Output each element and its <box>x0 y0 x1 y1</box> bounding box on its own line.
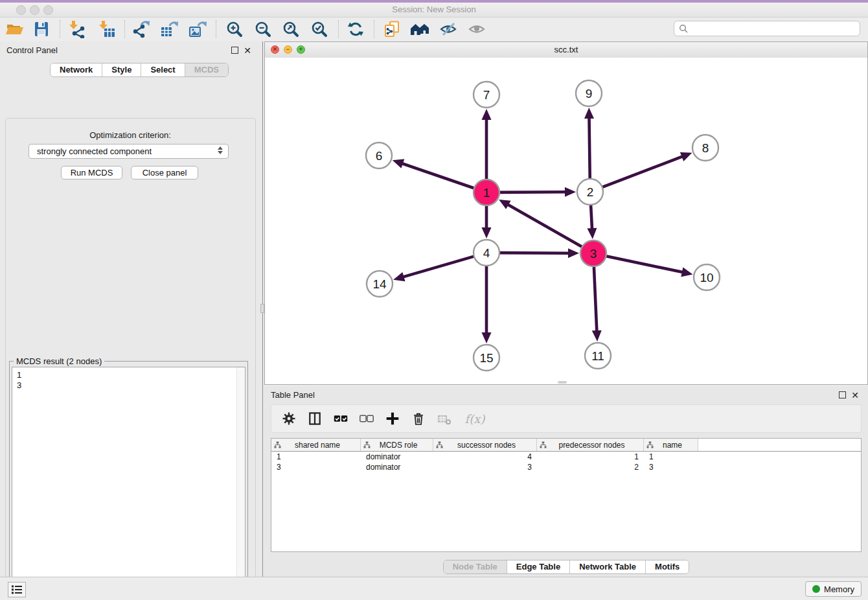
control-panel-close-button[interactable]: ✕ <box>244 45 251 56</box>
graph-edge-1-6[interactable] <box>402 163 474 188</box>
graph-edge-3-10[interactable] <box>606 256 683 272</box>
column-header-successor-nodes[interactable]: successor nodes <box>433 439 537 451</box>
show-all-button[interactable] <box>465 19 488 40</box>
deselect-all-columns-button[interactable] <box>358 410 375 428</box>
export-image-button[interactable] <box>186 19 209 40</box>
fx-icon: f(x) <box>465 412 485 426</box>
zoom-out-button[interactable] <box>251 19 275 40</box>
canvas-scroll-grip[interactable] <box>558 381 567 384</box>
export-network-button[interactable] <box>130 19 153 40</box>
network-canvas[interactable]: 1234678910111415 <box>265 58 867 384</box>
import-table-button[interactable] <box>95 19 119 40</box>
clone-network-icon <box>383 20 401 38</box>
graph-edge-3-1[interactable] <box>507 204 582 247</box>
houses-button[interactable] <box>408 19 431 40</box>
cell-shared-name[interactable]: 1 <box>271 452 361 461</box>
graph-edge-2-9[interactable] <box>589 117 589 179</box>
tab-edge-table[interactable]: Edge Table <box>507 560 569 573</box>
net-close-button[interactable]: ✕ <box>271 45 279 54</box>
hide-selected-button[interactable] <box>437 19 460 40</box>
graph-edge-3-11[interactable] <box>594 266 597 332</box>
column-header-shared-name[interactable]: shared name <box>271 439 361 451</box>
memory-status-icon <box>812 585 820 593</box>
attribute-tree-icon <box>274 441 281 448</box>
graph-arrowhead <box>393 272 405 281</box>
toolbar-separator <box>60 20 60 38</box>
main-toolbar <box>0 17 868 42</box>
control-panel-float-button[interactable] <box>231 47 238 54</box>
network-view-window: ✕ − + scc.txt 1234678910111415 <box>264 41 868 385</box>
cell-predecessor-nodes[interactable]: 1 <box>537 452 644 461</box>
cell-shared-name[interactable]: 3 <box>271 463 361 472</box>
search-input[interactable] <box>691 23 860 34</box>
graph-edge-4-14[interactable] <box>403 257 474 277</box>
graph-arrowhead <box>482 109 492 120</box>
app-zoom-button[interactable] <box>43 5 53 15</box>
table-row[interactable]: 3dominator323 <box>271 462 861 472</box>
task-history-button[interactable] <box>8 582 26 597</box>
open-file-button[interactable] <box>3 19 26 40</box>
network-window-titlebar[interactable]: ✕ − + scc.txt <box>265 42 867 58</box>
save-session-button[interactable] <box>30 19 53 40</box>
graph-edge-1-2[interactable] <box>499 192 566 192</box>
mcds-result-textarea[interactable]: 1 3 <box>12 367 246 600</box>
tab-motifs[interactable]: Motifs <box>645 560 689 573</box>
app-close-button[interactable] <box>16 5 26 15</box>
table-panel-close-button[interactable]: ✕ <box>851 389 859 401</box>
result-scrollbar[interactable] <box>236 367 245 600</box>
graph-node-label: 8 <box>702 141 709 155</box>
tab-mcds[interactable]: MCDS <box>185 63 228 76</box>
net-minimize-button[interactable]: − <box>284 45 292 54</box>
search-field[interactable] <box>674 21 860 36</box>
export-table-button[interactable] <box>157 19 181 40</box>
graph-node-label: 9 <box>586 87 593 100</box>
graph-edge-2-8[interactable] <box>602 156 683 187</box>
clone-network-button[interactable] <box>380 19 404 40</box>
graph-node-label: 14 <box>372 277 387 291</box>
zoom-in-button[interactable] <box>223 19 246 40</box>
memory-button[interactable]: Memory <box>805 581 862 597</box>
column-header-name[interactable]: name <box>644 439 698 451</box>
cell-MCDS-role[interactable]: dominator <box>361 463 433 472</box>
import-network-button[interactable] <box>65 19 89 40</box>
add-column-button[interactable] <box>384 410 401 428</box>
toolbar-separator <box>216 20 216 38</box>
delete-table-button[interactable] <box>436 410 453 428</box>
function-builder-button[interactable]: f(x) <box>462 410 488 428</box>
cell-successor-nodes[interactable]: 4 <box>433 452 537 461</box>
criterion-dropdown[interactable]: strongly connected component <box>29 144 229 159</box>
zoom-selected-button[interactable] <box>308 19 331 40</box>
tab-node-table[interactable]: Node Table <box>444 560 507 573</box>
cell-MCDS-role[interactable]: dominator <box>361 452 433 461</box>
graph-arrowhead <box>568 248 579 258</box>
tab-network[interactable]: Network <box>51 63 102 76</box>
cell-name[interactable]: 3 <box>644 463 698 472</box>
net-zoom-button[interactable]: + <box>297 45 305 54</box>
delete-table-icon <box>436 411 453 426</box>
cell-successor-nodes[interactable]: 3 <box>433 463 537 472</box>
run-mcds-button[interactable]: Run MCDS <box>61 166 122 179</box>
app-minimize-button[interactable] <box>30 5 40 15</box>
zoom-out-icon <box>254 20 272 38</box>
cell-predecessor-nodes[interactable]: 2 <box>537 463 644 472</box>
show-columns-button[interactable] <box>306 410 323 428</box>
tab-select[interactable]: Select <box>141 63 184 76</box>
graph-node-label: 15 <box>479 351 493 365</box>
select-all-columns-button[interactable] <box>332 410 349 428</box>
table-row[interactable]: 1dominator411 <box>271 452 861 462</box>
graph-edge-2-3[interactable] <box>591 205 592 229</box>
refresh-button[interactable] <box>344 19 367 40</box>
list-icon <box>12 585 22 594</box>
column-header-MCDS-role[interactable]: MCDS role <box>361 439 433 451</box>
table-panel-float-button[interactable] <box>839 391 846 398</box>
close-panel-button[interactable]: Close panel <box>131 166 198 179</box>
tab-network-table[interactable]: Network Table <box>569 560 645 573</box>
table-settings-button[interactable] <box>280 410 297 428</box>
graph-edge-4-3[interactable] <box>499 253 569 253</box>
cell-name[interactable]: 1 <box>644 452 698 461</box>
column-header-predecessor-nodes[interactable]: predecessor nodes <box>537 439 644 451</box>
zoom-fit-button[interactable] <box>279 19 303 40</box>
delete-column-button[interactable] <box>410 410 427 428</box>
toolbar-separator <box>124 20 125 38</box>
tab-style[interactable]: Style <box>102 63 141 76</box>
